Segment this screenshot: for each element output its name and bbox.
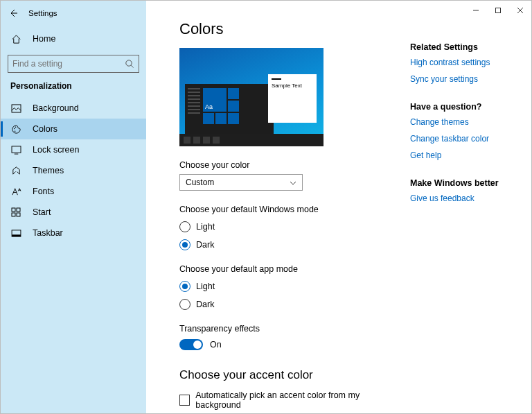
auto-accent-checkbox-row[interactable]: Automatically pick an accent color from …: [179, 390, 396, 410]
back-arrow-icon: [8, 8, 18, 18]
windows-mode-label: Choose your default Windows mode: [179, 205, 396, 214]
titlebar-controls: [465, 1, 531, 20]
svg-rect-12: [12, 208, 15, 212]
sidebar-item-fonts[interactable]: Fonts: [1, 181, 146, 202]
link-get-help[interactable]: Get help: [410, 150, 523, 160]
close-button[interactable]: [509, 1, 531, 20]
svg-point-4: [126, 60, 132, 66]
main-area: Colors Aa Sample Text: [146, 1, 531, 413]
sidebar: Settings Home Personalization Background…: [1, 1, 146, 413]
svg-rect-13: [17, 208, 20, 212]
radio-icon: [179, 299, 190, 310]
link-sync-settings[interactable]: Sync your settings: [410, 74, 523, 84]
radio-label: Dark: [196, 240, 214, 250]
sidebar-item-background[interactable]: Background: [1, 98, 146, 119]
link-give-feedback[interactable]: Give us feedback: [410, 193, 523, 203]
search-input-wrap[interactable]: [8, 55, 139, 73]
link-change-themes[interactable]: Change themes: [410, 117, 523, 127]
app-mode-dark[interactable]: Dark: [179, 299, 396, 310]
maximize-icon: [495, 7, 502, 14]
aside: Related Settings High contrast settings …: [410, 1, 531, 413]
windows-mode-dark[interactable]: Dark: [179, 239, 396, 250]
home-icon: [10, 34, 21, 44]
transparency-toggle-row: On: [179, 339, 396, 350]
radio-label: Dark: [196, 300, 214, 309]
svg-rect-15: [17, 213, 20, 216]
maximize-button[interactable]: [487, 1, 509, 20]
sidebar-item-label: Themes: [33, 166, 64, 175]
radio-icon: [179, 221, 190, 232]
sidebar-item-label: Background: [33, 103, 79, 113]
radio-label: Light: [196, 282, 215, 291]
related-settings-title: Related Settings: [410, 42, 523, 52]
color-mode-value: Custom: [186, 178, 214, 187]
link-change-taskbar-color[interactable]: Change taskbar color: [410, 134, 523, 144]
svg-rect-6: [12, 104, 21, 112]
color-preview: Aa Sample Text: [179, 48, 323, 146]
sidebar-item-lockscreen[interactable]: Lock screen: [1, 139, 146, 160]
sidebar-item-themes[interactable]: Themes: [1, 160, 146, 181]
sidebar-item-label: Taskbar: [33, 228, 63, 238]
sidebar-header: Settings: [1, 1, 146, 26]
choose-color-label: Choose your color: [179, 160, 396, 170]
home-label: Home: [33, 34, 55, 44]
taskbar-icon: [10, 230, 21, 237]
preview-sample-text: Sample Text: [272, 83, 313, 89]
preview-tile-big: Aa: [203, 88, 227, 112]
svg-rect-17: [12, 234, 21, 236]
related-settings-group: Related Settings High contrast settings …: [410, 42, 523, 84]
fonts-icon: [10, 187, 21, 196]
lockscreen-icon: [10, 146, 21, 155]
app-mode-light[interactable]: Light: [179, 281, 396, 292]
settings-window: Settings Home Personalization Background…: [0, 0, 532, 414]
sidebar-item-label: Lock screen: [33, 145, 79, 155]
windows-mode-light[interactable]: Light: [179, 221, 396, 232]
accent-heading: Choose your accent color: [179, 368, 396, 382]
svg-rect-10: [12, 146, 21, 152]
page-title: Colors: [179, 20, 396, 38]
sidebar-item-colors[interactable]: Colors: [1, 119, 146, 139]
home-button[interactable]: Home: [1, 28, 146, 49]
search-icon: [125, 59, 134, 69]
svg-rect-14: [12, 213, 15, 216]
feedback-group: Make Windows better Give us feedback: [410, 178, 523, 203]
sidebar-item-start[interactable]: Start: [1, 202, 146, 223]
app-title: Settings: [28, 9, 57, 17]
sidebar-section-title: Personalization: [1, 80, 146, 98]
minimize-button[interactable]: [465, 1, 487, 20]
link-high-contrast[interactable]: High contrast settings: [410, 58, 523, 67]
chevron-down-icon: [290, 179, 296, 186]
search-container: [1, 49, 146, 80]
minimize-icon: [472, 7, 479, 14]
themes-icon: [10, 166, 21, 176]
app-mode-label: Choose your default app mode: [179, 264, 396, 274]
radio-checked-icon: [179, 281, 190, 292]
better-title: Make Windows better: [410, 178, 523, 188]
search-input[interactable]: [12, 59, 125, 69]
checkbox-icon: [179, 395, 190, 406]
question-group: Have a question? Change themes Change ta…: [410, 102, 523, 160]
svg-point-7: [13, 128, 15, 129]
start-icon: [10, 207, 21, 217]
transparency-toggle[interactable]: [179, 339, 203, 350]
preview-start-menu: Aa: [185, 84, 274, 134]
transparency-state: On: [210, 340, 222, 350]
svg-line-5: [131, 65, 133, 67]
question-title: Have a question?: [410, 102, 523, 112]
sidebar-item-taskbar[interactable]: Taskbar: [1, 223, 146, 243]
sidebar-item-label: Fonts: [33, 187, 54, 196]
radio-label: Light: [196, 222, 215, 232]
preview-sample-window: Sample Text: [268, 74, 317, 123]
palette-icon: [10, 124, 21, 135]
close-icon: [517, 7, 524, 14]
svg-point-8: [15, 126, 16, 128]
back-button[interactable]: [8, 8, 19, 19]
color-mode-select[interactable]: Custom: [179, 174, 303, 191]
svg-rect-1: [496, 8, 501, 13]
picture-icon: [10, 104, 21, 113]
preview-taskbar: [179, 134, 323, 146]
radio-checked-icon: [179, 239, 190, 250]
transparency-label: Transparency effects: [179, 324, 396, 334]
auto-accent-label: Automatically pick an accent color from …: [195, 390, 396, 410]
svg-point-9: [14, 130, 15, 132]
